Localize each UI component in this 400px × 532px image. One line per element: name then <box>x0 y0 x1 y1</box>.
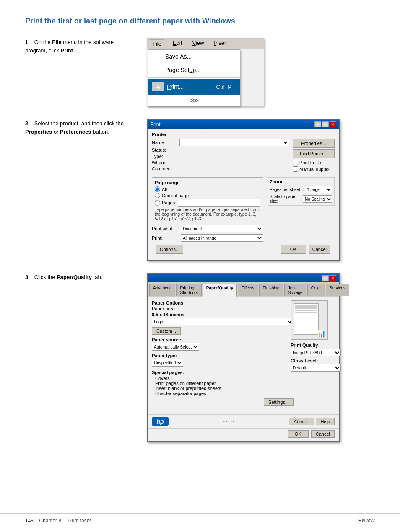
pq-ok-button[interactable]: OK <box>288 430 309 438</box>
footer-section: Print tasks <box>68 518 92 524</box>
properties-button[interactable]: Properties... <box>293 139 335 148</box>
all-radio[interactable] <box>155 186 160 192</box>
print-row: Print: All pages in range <box>152 234 263 242</box>
print-select[interactable]: All pages in range <box>181 234 263 242</box>
options-button[interactable]: Options... <box>156 245 183 254</box>
paper-size-value: 8.5 x 14 inches <box>152 312 294 317</box>
pages-per-sheet-row: Pages per sheet: 1 page <box>270 186 332 193</box>
save-as-item[interactable]: Save As... <box>148 50 240 63</box>
pq-titlebar: ─ ✕ <box>148 274 339 282</box>
tab-services[interactable]: Services <box>326 284 349 296</box>
comment-row: Comment: <box>152 166 289 171</box>
page-container: Print the first or last page on differen… <box>0 0 400 459</box>
pages-radio-row: Pages: <box>155 199 260 207</box>
step-1-row: 1. On the File menu in the software prog… <box>25 38 375 107</box>
pages-per-sheet-select[interactable]: 1 page <box>305 186 332 193</box>
step-3-screenshot: ─ ✕ Advanced Printing Shortcuts Paper/Qu… <box>147 273 375 442</box>
print-what-label: Print what: <box>152 226 179 231</box>
tab-finishing[interactable]: Finishing <box>259 284 283 296</box>
tab-job-storage[interactable]: Job Storage <box>284 284 306 296</box>
printer-name-select[interactable] <box>179 139 289 146</box>
tab-color[interactable]: Color <box>307 284 325 296</box>
file-menu-item-edit[interactable]: Edit <box>171 39 184 48</box>
gloss-level-select[interactable]: Default <box>291 364 341 372</box>
zoom-section: Zoom Pages per sheet: 1 page Scale to p <box>268 177 335 206</box>
current-radio[interactable] <box>155 193 160 198</box>
dialog-lower-layout: Page range All Current page <box>152 177 335 242</box>
page-title: Print the first or last page on differen… <box>25 17 375 26</box>
print-what-select[interactable]: Document <box>181 225 263 232</box>
file-menu-item-insert[interactable]: Inser <box>212 39 228 48</box>
paper-type-label: Paper type: <box>152 353 294 358</box>
print-dialog-content: Printer Name: Status: <box>148 129 339 260</box>
pq-close-button[interactable]: ✕ <box>330 275 336 281</box>
tab-printing-shortcuts[interactable]: Printing Shortcuts <box>176 284 201 296</box>
paper-options-section: Paper Options Paper area: 8.5 x 14 inche… <box>152 300 294 367</box>
step-3-text: 3. Click the Paper/Quality tab. <box>25 273 134 281</box>
where-label: Where: <box>152 160 177 165</box>
gloss-level-label: Gloss Level: <box>291 358 341 363</box>
find-printer-button[interactable]: Find Printer... <box>293 149 335 158</box>
footer-left: 148 Chapter 8 Print tasks <box>25 518 92 524</box>
print-to-file-checkbox[interactable] <box>293 160 298 165</box>
print-cancel-button[interactable]: Cancel <box>309 245 330 254</box>
print-what-row: Print what: Document <box>152 225 263 232</box>
settings-button[interactable]: Settings... <box>264 398 294 406</box>
about-button[interactable]: About... <box>289 418 314 425</box>
tab-advanced[interactable]: Advanced <box>149 284 175 296</box>
print-item[interactable]: 🖨 Print... Ctrl+P <box>148 79 240 95</box>
status-row: Status: <box>152 147 289 152</box>
pq-minimize-button[interactable]: ─ <box>322 275 329 281</box>
preview-line-2 <box>295 307 317 309</box>
print-different-paper-item: Print pages on different paper <box>155 381 294 386</box>
tab-effects[interactable]: Effects <box>238 284 258 296</box>
file-menu-item-view[interactable]: View <box>190 39 205 48</box>
pq-footer: hp • • • • • About... Help <box>148 414 339 428</box>
step-1-screenshot: File Edit View Inser Save As... Page Set… <box>147 38 375 107</box>
scale-select[interactable]: No Scaling <box>303 195 332 203</box>
paper-size-select[interactable]: Legal <box>152 318 294 325</box>
maximize-button[interactable]: □ <box>322 121 329 127</box>
step-3-row: 3. Click the Paper/Quality tab. ─ ✕ <box>25 273 375 442</box>
type-row: Type: <box>152 154 289 159</box>
paper-type-select[interactable]: Unspecified <box>152 359 183 367</box>
print-label: Print: <box>152 235 179 240</box>
pq-titlebar-buttons: ─ ✕ <box>322 275 336 281</box>
dialog-left-panel: Name: Status: Type: <box>152 139 289 173</box>
page-range-title: Page range <box>155 180 260 185</box>
custom-btn-row: Custom... <box>152 327 294 335</box>
paper-source-select[interactable]: Automatically Select <box>152 343 199 351</box>
status-label: Status: <box>152 147 177 152</box>
page-setup-item[interactable]: Page Setup... <box>148 63 240 77</box>
manual-duplex-checkbox[interactable] <box>293 166 298 172</box>
pq-cancel-button[interactable]: Cancel <box>311 430 335 438</box>
paper-size-row: Legal <box>152 318 294 325</box>
pages-per-sheet-label: Pages per sheet: <box>270 187 303 192</box>
all-label: All <box>162 187 167 192</box>
footer-chapter: Chapter 8 <box>39 518 61 524</box>
zoom-title: Zoom <box>270 179 332 184</box>
help-button[interactable]: Help <box>316 418 335 425</box>
minimize-button[interactable]: ─ <box>314 121 321 127</box>
file-menu-item-file[interactable]: File <box>150 39 164 48</box>
special-pages-list: Covers Print pages on different paper In… <box>155 376 294 396</box>
print-quality-select[interactable]: ImageREt 3800 <box>291 349 341 356</box>
print-dialog-titlebar: Print ─ □ ✕ <box>148 120 339 129</box>
manual-duplex-row: Manual duplex <box>293 166 335 172</box>
pages-input[interactable] <box>178 199 260 207</box>
custom-button[interactable]: Custom... <box>152 327 181 335</box>
scale-label: Scale to paper size: <box>270 194 301 204</box>
tab-paper-quality[interactable]: Paper/Quality <box>203 284 237 297</box>
print-ok-button[interactable]: OK <box>281 245 306 254</box>
pages-radio[interactable] <box>155 200 160 206</box>
paper-source-label: Paper source: <box>152 337 294 342</box>
close-button[interactable]: ✕ <box>330 121 336 127</box>
where-row: Where: <box>152 160 289 165</box>
pq-left-panel: Paper Options Paper area: 8.5 x 14 inche… <box>152 300 294 409</box>
covers-item: Covers <box>155 376 294 381</box>
pq-ok-cancel: OK Cancel <box>148 428 339 441</box>
paper-source-row: Automatically Select <box>152 343 294 351</box>
pq-content: Paper Options Paper area: 8.5 x 14 inche… <box>148 297 339 413</box>
printer-section-label: Printer <box>152 132 335 137</box>
printer-preview-box: 📊 <box>291 300 328 340</box>
